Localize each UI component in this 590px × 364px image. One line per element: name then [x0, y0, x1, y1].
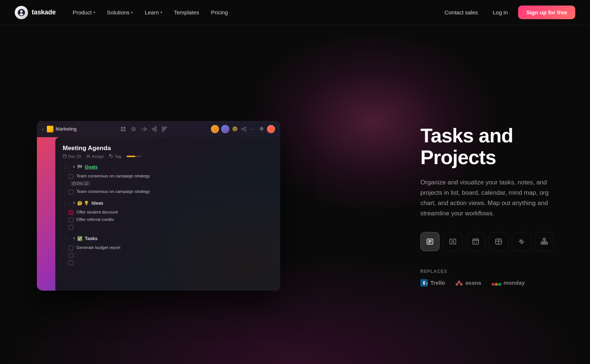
avatar-3: [267, 125, 275, 133]
nav-item-product[interactable]: Product ▾: [67, 6, 100, 18]
svg-rect-28: [73, 182, 76, 185]
task-item-empty: [63, 259, 273, 266]
task-checkbox[interactable]: [69, 253, 73, 258]
toggle-icon[interactable]: ▾: [73, 201, 75, 205]
back-icon[interactable]: ‹: [42, 126, 44, 132]
svg-point-8: [133, 128, 134, 130]
task-checkbox[interactable]: [69, 190, 73, 194]
task-text: Offer student discount: [76, 210, 118, 214]
view-icon-1[interactable]: [120, 126, 126, 132]
table-view-button[interactable]: [489, 232, 508, 251]
svg-rect-5: [121, 129, 123, 131]
svg-rect-35: [454, 239, 456, 244]
replaces-label: REPLACES: [420, 269, 560, 274]
orgchart-view-button[interactable]: [535, 232, 554, 251]
list-view-button[interactable]: [420, 232, 440, 251]
task-checkbox[interactable]: [69, 225, 73, 230]
ideas-label: Ideas: [91, 201, 103, 206]
svg-rect-16: [162, 130, 164, 131]
assign-meta: Assign: [86, 154, 104, 159]
nav-item-pricing[interactable]: Pricing: [206, 6, 233, 18]
bell-icon[interactable]: [258, 126, 265, 132]
app-topbar: ‹ ⚡ Marketing: [37, 121, 280, 137]
nav-item-templates[interactable]: Templates: [169, 6, 204, 18]
svg-point-63: [460, 283, 463, 285]
drag-handle: ⋮⋮: [63, 201, 70, 205]
svg-point-62: [456, 283, 458, 285]
nav-item-solutions[interactable]: Solutions ▾: [102, 6, 138, 18]
task-checkbox[interactable]: [69, 260, 73, 265]
progress-fill: [126, 156, 135, 157]
view-icons-row: [420, 232, 560, 251]
calendar-view-button[interactable]: [466, 232, 485, 251]
signup-button[interactable]: Sign up for free: [518, 6, 575, 19]
view-icon-5[interactable]: [161, 126, 168, 132]
svg-line-20: [243, 128, 244, 129]
more-icon[interactable]: ···: [249, 126, 256, 132]
task-checkbox[interactable]: [69, 210, 73, 215]
navbar-right: Contact sales Log in Sign up for free: [440, 6, 575, 19]
chevron-down-icon: ▾: [93, 10, 95, 14]
svg-line-13: [154, 129, 155, 130]
trello-brand: Trello: [420, 279, 445, 287]
share-icon[interactable]: [240, 126, 247, 132]
hero-description: Organize and visualize your tasks, notes…: [420, 177, 560, 219]
task-item: Offer referral credits: [63, 216, 273, 223]
goals-header: ⋮⋮ ▾ 🏁 Goals: [63, 164, 273, 170]
panel-meta: Dec 20 Assign Tag: [63, 154, 273, 159]
emoji-icon[interactable]: 😊: [232, 126, 238, 132]
goals-section: ⋮⋮ ▾ 🏁 Goals Team consensus on campaign …: [63, 164, 273, 195]
app-panel: Meeting Agenda Dec 20 Assign Tag: [55, 137, 280, 291]
login-button[interactable]: Log in: [488, 6, 512, 18]
panel-header: Meeting Agenda Dec 20 Assign Tag: [63, 145, 273, 159]
task-item-empty: [63, 252, 273, 259]
tag-meta: Tag: [109, 154, 121, 159]
svg-rect-4: [124, 127, 125, 129]
avatar-2: [221, 125, 229, 133]
board-view-button[interactable]: [443, 232, 462, 251]
task-item: Offer student discount: [63, 209, 273, 216]
chevron-down-icon: ▾: [160, 10, 162, 14]
view-icon-4[interactable]: [151, 126, 157, 132]
logo[interactable]: taskade: [15, 6, 56, 19]
monday-icon: [492, 279, 501, 287]
asana-text: asana: [465, 280, 481, 286]
nav-item-learn[interactable]: Learn ▾: [139, 6, 167, 18]
trello-text: Trello: [430, 280, 445, 286]
task-checkbox[interactable]: [69, 246, 73, 250]
topbar-right-icons: 😊 ···: [211, 125, 275, 133]
svg-line-51: [522, 242, 523, 243]
svg-rect-3: [121, 127, 123, 129]
nav-menu: Product ▾ Solutions ▾ Learn ▾ Templates …: [67, 6, 233, 18]
logo-icon: [15, 6, 28, 19]
mindmap-view-button[interactable]: [512, 232, 531, 251]
monday-brand: monday: [492, 279, 525, 287]
svg-point-9: [152, 128, 154, 130]
toggle-icon[interactable]: ▾: [73, 165, 75, 169]
svg-point-18: [242, 128, 243, 130]
monday-text: monday: [504, 280, 525, 286]
svg-point-64: [492, 283, 494, 286]
svg-rect-34: [450, 239, 452, 244]
contact-sales-link[interactable]: Contact sales: [440, 6, 482, 18]
task-text: Offer referral credits: [76, 217, 114, 222]
asana-brand: asana: [455, 279, 481, 287]
svg-rect-40: [474, 242, 475, 243]
svg-rect-22: [63, 155, 66, 158]
tasks-label: Tasks: [85, 236, 98, 241]
task-checkbox[interactable]: [69, 174, 73, 179]
svg-point-65: [495, 283, 498, 286]
navbar: taskade Product ▾ Solutions ▾ Learn ▾ Te…: [0, 0, 590, 25]
svg-point-61: [458, 281, 461, 284]
task-text: Team consensus on campaign strategy: [76, 189, 150, 194]
drag-handle: ⋮⋮: [63, 236, 70, 240]
view-icon-2[interactable]: [130, 126, 137, 132]
task-item: Team consensus on campaign strategy: [63, 173, 273, 180]
asana-icon: [455, 279, 463, 287]
toggle-icon[interactable]: ▾: [73, 236, 75, 240]
ideas-emoji: 🤔 💡: [77, 201, 89, 206]
svg-point-45: [520, 240, 523, 243]
task-text: Generate budget report: [76, 245, 121, 250]
task-checkbox[interactable]: [69, 218, 73, 222]
view-icon-3[interactable]: [140, 126, 147, 132]
